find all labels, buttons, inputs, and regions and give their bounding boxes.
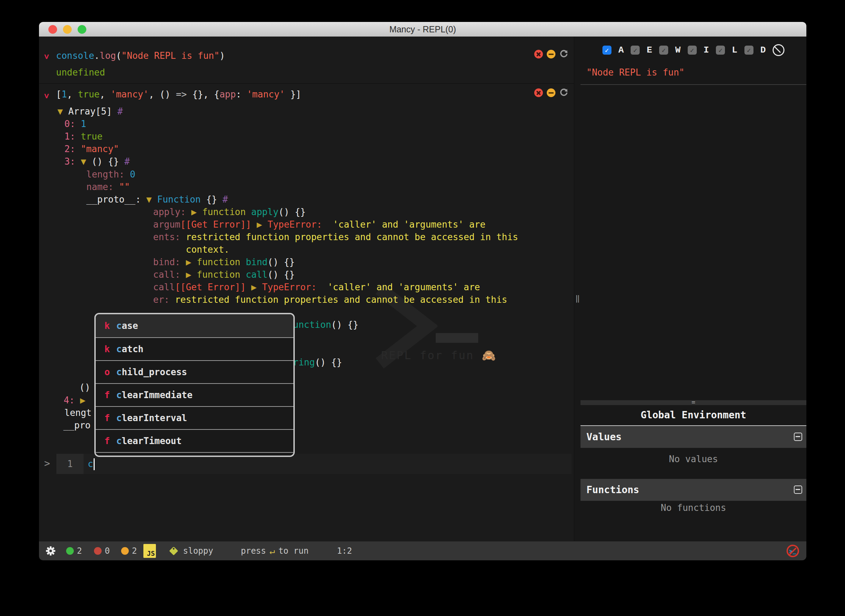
error-count: 0 bbox=[94, 546, 110, 556]
tree-line[interactable]: apply: ▶ function apply() {} bbox=[153, 207, 305, 217]
filter-checkbox-all[interactable]: ✓ bbox=[603, 45, 612, 55]
code-token: apply: bbox=[153, 207, 191, 217]
tree-line-fragment[interactable]: 4: ▶ bbox=[64, 395, 86, 405]
filter-checkbox-log[interactable]: ✓ bbox=[716, 45, 725, 55]
entry-separator bbox=[39, 83, 574, 84]
autocomplete-item-case[interactable]: k case bbox=[96, 314, 293, 337]
code-token: 0: bbox=[65, 119, 81, 129]
collapse-section-icon[interactable] bbox=[794, 485, 802, 494]
values-section-header[interactable]: Values bbox=[581, 426, 806, 448]
settings-gear-icon[interactable] bbox=[46, 546, 55, 556]
code-token: () {} bbox=[91, 156, 124, 167]
tree-line[interactable]: call: ▶ function call() {} bbox=[153, 269, 295, 280]
cursor-position: 1:2 bbox=[337, 546, 352, 556]
functions-section-header[interactable]: Functions bbox=[581, 479, 806, 501]
completion-rest: learInterval bbox=[122, 413, 187, 423]
completion-kind-keyword: k bbox=[104, 321, 116, 331]
console-output-row: "Node REPL is fun" bbox=[581, 64, 806, 85]
code-token: TypeError: bbox=[268, 219, 327, 230]
code-token: __proto__: bbox=[86, 194, 146, 205]
repl-console[interactable]: REPL for fun 🙈 > console.log("Node REPL … bbox=[39, 37, 574, 541]
clear-log-icon[interactable] bbox=[773, 44, 785, 56]
remove-entry-icon[interactable] bbox=[534, 88, 543, 97]
code-token: () {} bbox=[268, 269, 295, 280]
language-badge[interactable]: JS bbox=[144, 544, 156, 558]
code-token: , bbox=[100, 89, 110, 100]
filter-label-d: D bbox=[760, 45, 766, 55]
code-token: "mancy" bbox=[81, 144, 119, 154]
code-token: context. bbox=[186, 244, 229, 255]
code-token: [[Get Error]] bbox=[175, 282, 251, 292]
autocomplete-item-clearInterval[interactable]: f clearInterval bbox=[96, 406, 293, 429]
filter-label-e: E bbox=[647, 45, 652, 55]
code-token: restricted function properties and canno… bbox=[186, 232, 518, 242]
code-token: 1 bbox=[62, 89, 67, 100]
completion-rest: ase bbox=[122, 321, 138, 331]
completion-kind-function: f bbox=[104, 436, 116, 446]
code-token: ▶ bbox=[251, 282, 262, 292]
autocomplete-item-child_process[interactable]: o child_process bbox=[96, 360, 293, 383]
pane-split-divider[interactable]: ‖ bbox=[574, 37, 581, 541]
tree-line: 2: "mancy" bbox=[65, 144, 119, 154]
code-token: true bbox=[81, 131, 103, 142]
remove-entry-icon[interactable] bbox=[534, 50, 543, 59]
code-token: call bbox=[246, 269, 268, 280]
watermark-cursor-block bbox=[436, 333, 478, 343]
filter-label-i: I bbox=[704, 45, 709, 55]
completion-rest: learTimeout bbox=[122, 436, 182, 446]
code-token: Function bbox=[157, 194, 201, 205]
code-token: # bbox=[222, 194, 228, 205]
filter-checkbox-debug[interactable]: ✓ bbox=[744, 45, 754, 55]
code-token: ▶ bbox=[186, 257, 197, 267]
code-token: "Node REPL is fun" bbox=[122, 50, 220, 61]
env-panel-resize-handle[interactable]: = bbox=[581, 400, 806, 405]
privacy-disabled-icon[interactable]: >_ bbox=[786, 545, 799, 557]
tree-line[interactable]: ▼ Array[5] # bbox=[57, 106, 123, 117]
warning-count: 2 bbox=[121, 546, 137, 556]
autocomplete-dropdown: k case k catch o child_process f clearIm… bbox=[94, 313, 295, 457]
autocomplete-item-clearImmediate[interactable]: f clearImmediate bbox=[96, 383, 293, 406]
autocomplete-item-catch[interactable]: k catch bbox=[96, 337, 293, 360]
entry2-collapse-caret[interactable]: > bbox=[42, 94, 51, 98]
code-token: 'mancy' bbox=[247, 89, 285, 100]
completion-match: c bbox=[116, 413, 122, 423]
autocomplete-item-partial[interactable]: o cluster bbox=[96, 452, 293, 457]
tree-line: length: 0 bbox=[86, 169, 135, 180]
desktop: { "w": { "title": "Mancy - REPL(0)" }, "… bbox=[0, 0, 845, 616]
repl-prompt: > bbox=[44, 458, 50, 469]
collapse-section-icon[interactable] bbox=[794, 433, 802, 441]
collapse-entry-icon[interactable] bbox=[547, 88, 556, 97]
text-cursor bbox=[94, 458, 95, 470]
completion-rest: learImmediate bbox=[122, 390, 193, 400]
tree-line[interactable]: 3: ▼ () {} # bbox=[65, 156, 130, 167]
entry1-actions bbox=[534, 50, 568, 59]
autocomplete-item-clearTimeout[interactable]: f clearTimeout bbox=[96, 429, 293, 452]
mode-indicator[interactable]: sloppy bbox=[169, 546, 213, 556]
code-token: ▶ bbox=[257, 219, 267, 230]
collapse-entry-icon[interactable] bbox=[547, 50, 556, 59]
code-token: Array[5] bbox=[68, 106, 117, 117]
rerun-entry-icon[interactable] bbox=[559, 50, 568, 59]
tree-line: context. bbox=[186, 244, 229, 255]
filter-checkbox-warning[interactable]: ✓ bbox=[659, 45, 668, 55]
filter-label-w: W bbox=[675, 45, 681, 55]
tree-line[interactable]: bind: ▶ function bind() {} bbox=[153, 257, 295, 267]
repl-input-value[interactable]: c bbox=[88, 458, 95, 470]
split-drag-handle[interactable]: ‖ bbox=[575, 294, 581, 302]
filter-checkbox-info[interactable]: ✓ bbox=[688, 45, 697, 55]
code-token: argum bbox=[153, 219, 180, 230]
entry1-collapse-caret[interactable]: > bbox=[42, 54, 51, 59]
filter-label-a: A bbox=[618, 45, 624, 55]
tag-icon bbox=[169, 546, 178, 556]
rerun-entry-icon[interactable] bbox=[559, 88, 568, 97]
return-key-icon: ↵ bbox=[269, 546, 275, 556]
tree-line[interactable]: argum[[Get Error]] ▶ TypeError: 'caller'… bbox=[153, 219, 486, 230]
filter-checkbox-error[interactable]: ✓ bbox=[631, 45, 640, 55]
success-dot-icon bbox=[66, 547, 74, 555]
code-token: bind bbox=[246, 257, 268, 267]
tree-line[interactable]: call[[Get Error]] ▶ TypeError: 'caller' … bbox=[153, 282, 480, 292]
tree-line[interactable]: __proto__: ▼ Function {} # bbox=[86, 194, 228, 205]
tree-line-fragment: __pro bbox=[63, 420, 91, 431]
code-token: # bbox=[124, 156, 130, 167]
code-token: () {} bbox=[279, 207, 305, 217]
